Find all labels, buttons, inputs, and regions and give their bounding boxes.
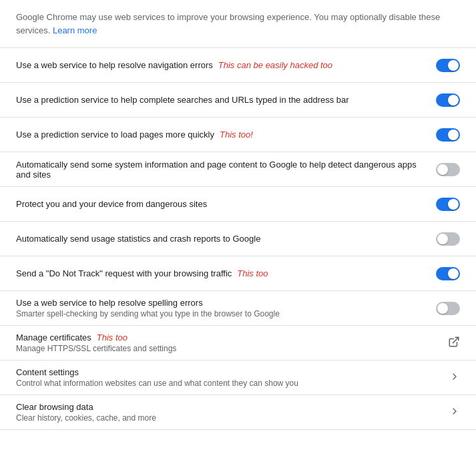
- toggle-prediction-search[interactable]: [436, 93, 460, 107]
- svg-line-0: [453, 337, 459, 343]
- annotation-prediction-pages: This too!: [220, 130, 253, 140]
- setting-label-certificates: Manage certificates: [16, 332, 91, 343]
- setting-sublabel-certificates: Manage HTTPS/SSL certificates and settin…: [16, 344, 437, 353]
- setting-label-prediction-search: Use a prediction service to help complet…: [16, 95, 349, 105]
- annotation-do-not-track: This too: [237, 268, 268, 278]
- toggle-slider-nav-errors: [436, 59, 460, 72]
- setting-label-dangerous-sites: Protect you and your device from dangero…: [16, 199, 207, 209]
- toggle-slider-usage-stats: [436, 232, 460, 246]
- chevron-right-icon-content-settings[interactable]: [449, 371, 460, 384]
- toggle-slider-dangerous-sites: [436, 198, 460, 211]
- label-group-certificates: Manage certificatesThis tooManage HTTPS/…: [16, 332, 437, 353]
- toggle-slider-spelling: [436, 302, 460, 315]
- setting-sublabel-clear-browsing: Clear history, cookies, cache, and more: [16, 413, 439, 423]
- setting-label-spelling: Use a web service to help resolve spelli…: [16, 298, 203, 308]
- setting-row-usage-stats: Automatically send usage statistics and …: [0, 222, 476, 256]
- setting-row-clear-browsing: Clear browsing dataClear history, cookie…: [0, 395, 476, 430]
- setting-label-nav-errors: Use a web service to help resolve naviga…: [16, 60, 213, 70]
- setting-label-system-info: Automatically send some system informati…: [16, 160, 425, 180]
- external-link-icon-certificates[interactable]: [448, 336, 460, 350]
- label-group-do-not-track: Send a "Do Not Track" request with your …: [16, 268, 425, 278]
- setting-label-do-not-track: Send a "Do Not Track" request with your …: [16, 268, 232, 278]
- setting-row-nav-errors: Use a web service to help resolve naviga…: [0, 48, 476, 83]
- setting-row-certificates: Manage certificatesThis tooManage HTTPS/…: [0, 326, 476, 361]
- label-group-prediction-pages: Use a prediction service to load pages m…: [16, 130, 425, 140]
- toggle-dangerous-sites[interactable]: [436, 198, 460, 211]
- toggle-spelling[interactable]: [436, 302, 460, 315]
- label-group-prediction-search: Use a prediction service to help complet…: [16, 95, 425, 105]
- setting-label-usage-stats: Automatically send usage statistics and …: [16, 234, 260, 244]
- annotation-nav-errors: This can be easily hacked too: [218, 60, 332, 70]
- setting-row-system-info: Automatically send some system informati…: [0, 152, 476, 187]
- toggle-do-not-track[interactable]: [436, 267, 460, 280]
- learn-more-link[interactable]: Learn more: [53, 25, 97, 35]
- label-group-system-info: Automatically send some system informati…: [16, 160, 425, 180]
- toggle-system-info[interactable]: [436, 163, 460, 176]
- setting-label-clear-browsing: Clear browsing data: [16, 402, 93, 412]
- toggle-slider-do-not-track: [436, 267, 460, 280]
- label-group-clear-browsing: Clear browsing dataClear history, cookie…: [16, 402, 439, 423]
- setting-row-content-settings: Content settingsControl what information…: [0, 361, 476, 395]
- chevron-right-icon-clear-browsing[interactable]: [449, 406, 460, 419]
- setting-label-content-settings: Content settings: [16, 367, 79, 377]
- annotation-certificates: This too: [97, 332, 128, 343]
- label-group-nav-errors: Use a web service to help resolve naviga…: [16, 60, 425, 70]
- toggle-slider-prediction-search: [436, 93, 460, 107]
- setting-sublabel-spelling: Smarter spell-checking by sending what y…: [16, 309, 425, 318]
- settings-list: Use a web service to help resolve naviga…: [0, 48, 476, 430]
- label-group-usage-stats: Automatically send usage statistics and …: [16, 234, 425, 244]
- setting-row-dangerous-sites: Protect you and your device from dangero…: [0, 187, 476, 222]
- label-group-content-settings: Content settingsControl what information…: [16, 367, 439, 388]
- toggle-slider-system-info: [436, 163, 460, 176]
- setting-sublabel-content-settings: Control what information websites can us…: [16, 379, 439, 388]
- toggle-nav-errors[interactable]: [436, 59, 460, 72]
- label-group-spelling: Use a web service to help resolve spelli…: [16, 298, 425, 318]
- toggle-usage-stats[interactable]: [436, 232, 460, 246]
- setting-row-spelling: Use a web service to help resolve spelli…: [0, 291, 476, 326]
- toggle-slider-prediction-pages: [436, 128, 460, 142]
- label-group-dangerous-sites: Protect you and your device from dangero…: [16, 199, 425, 209]
- setting-label-prediction-pages: Use a prediction service to load pages m…: [16, 130, 214, 140]
- setting-row-prediction-search: Use a prediction service to help complet…: [0, 83, 476, 118]
- setting-row-prediction-pages: Use a prediction service to load pages m…: [0, 118, 476, 152]
- toggle-prediction-pages[interactable]: [436, 128, 460, 142]
- setting-row-do-not-track: Send a "Do Not Track" request with your …: [0, 256, 476, 291]
- intro-section: Google Chrome may use web services to im…: [0, 0, 476, 48]
